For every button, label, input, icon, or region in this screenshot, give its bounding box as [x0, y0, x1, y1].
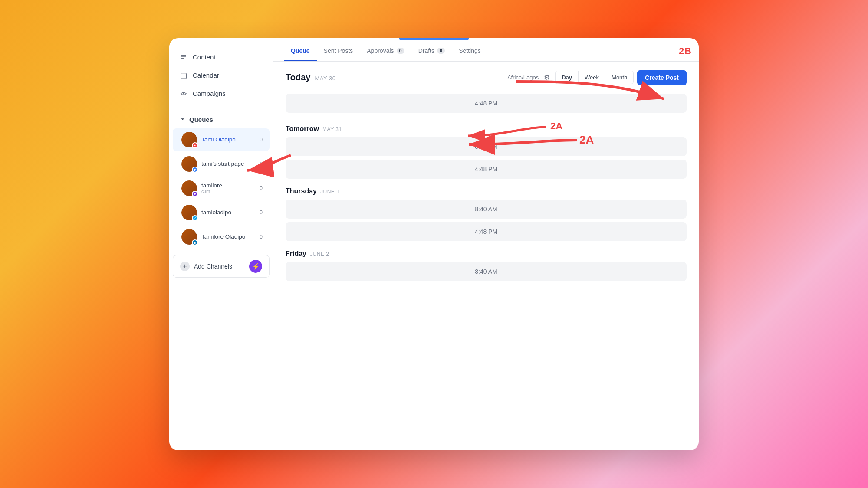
queue-item-tamioladipo[interactable]: tamioladipo 0	[173, 201, 270, 224]
svg-point-1	[183, 93, 184, 95]
queue-item-tamilore-oladipo[interactable]: Tamilore Oladipo 0	[173, 226, 270, 248]
slot-item-tomorrow-1[interactable]: 8:40 AM	[286, 137, 687, 156]
slot-time-today-1: 4:48 PM	[475, 100, 497, 107]
plus-icon: +	[180, 262, 190, 271]
view-controls: Africa/Lagos ⚙ Day Week Month Create Pos…	[507, 70, 687, 85]
today-date: MAY 30	[315, 75, 335, 82]
tab-approvals[interactable]: Approvals 0	[360, 40, 411, 61]
slot-item-thursday-1[interactable]: 8:40 AM	[286, 200, 687, 219]
avatar-wrap-start	[181, 156, 197, 172]
slot-time-tomorrow-1: 8:40 AM	[475, 143, 497, 150]
tab-approvals-label: Approvals	[367, 47, 394, 54]
sidebar: Content Calendar Campaig	[169, 40, 273, 450]
tabs-bar: Queue Sent Posts Approvals 0 Drafts 0 Se…	[273, 40, 699, 62]
today-slots-section: 1 4:48 PM	[286, 94, 687, 116]
add-channels-button[interactable]: + Add Channels ⚡	[173, 255, 270, 278]
app-window: Content Calendar Campaig	[169, 38, 699, 450]
annotation-2b: 2B	[679, 46, 692, 57]
facebook-badge	[192, 167, 198, 173]
mastodon-badge	[192, 191, 198, 197]
drafts-badge: 0	[437, 48, 445, 54]
content-icon	[180, 53, 187, 61]
slot-item-friday-1[interactable]: 8:40 AM	[286, 262, 687, 281]
avatar-wrap-tami	[181, 132, 197, 147]
today-section: Today MAY 30	[286, 72, 335, 82]
week-view-button[interactable]: Week	[579, 71, 605, 84]
calendar-label: Calendar	[193, 72, 219, 79]
main-content: Queue Sent Posts Approvals 0 Drafts 0 Se…	[273, 40, 699, 450]
sidebar-item-campaigns[interactable]: Campaigns	[169, 85, 273, 102]
thursday-section: Thursday JUNE 1 8:40 AM 4:48 PM	[286, 187, 687, 241]
queue-item-start-page[interactable]: tami's start page 0	[173, 153, 270, 175]
thursday-label: Thursday	[286, 187, 317, 195]
slot-item-tomorrow-2[interactable]: 4:48 PM	[286, 160, 687, 179]
queue-info-tamilore-oladipo: Tamilore Oladipo	[201, 233, 251, 240]
tomorrow-header: Tomorrow MAY 31	[286, 125, 687, 133]
sidebar-item-content[interactable]: Content	[169, 49, 273, 66]
tab-sent-posts[interactable]: Sent Posts	[317, 40, 360, 61]
tab-queue-label: Queue	[291, 47, 310, 54]
slot-time-thursday-1: 8:40 AM	[475, 206, 497, 213]
create-post-button[interactable]: Create Post	[637, 70, 687, 85]
month-view-button[interactable]: Month	[605, 71, 633, 84]
tab-queue[interactable]: Queue	[284, 40, 317, 61]
timezone-label: Africa/Lagos	[507, 74, 539, 81]
queue-sub-tamilore: c.im	[201, 189, 251, 194]
queues-label: Queues	[189, 116, 213, 123]
queue-header: Today MAY 30 Africa/Lagos ⚙ Day Week Mon…	[286, 70, 687, 85]
avatar-wrap-tamilore	[181, 180, 197, 196]
tab-sent-posts-label: Sent Posts	[324, 47, 353, 54]
friday-header: Friday JUNE 2	[286, 250, 687, 258]
tomorrow-label: Tomorrow	[286, 125, 319, 133]
slot-row-today: 1 4:48 PM	[286, 94, 687, 116]
view-btn-group: Day Week Month	[555, 71, 634, 84]
today-label: Today	[286, 72, 310, 82]
main-layout: Content Calendar Campaig	[169, 40, 699, 450]
slot-time-friday-1: 8:40 AM	[475, 268, 497, 275]
svg-point-2	[194, 193, 196, 195]
avatar-wrap-tamilore-oladipo	[181, 229, 197, 245]
tab-settings-label: Settings	[459, 47, 481, 54]
queue-count-tamioladipo: 0	[256, 210, 263, 216]
queue-info-start: tami's start page	[201, 160, 251, 167]
friday-section: Friday JUNE 2 8:40 AM	[286, 250, 687, 281]
queue-item-tami-oladipo[interactable]: Tami Oladipo 0	[173, 128, 270, 151]
queue-count-tamilore: 0	[256, 185, 263, 191]
queue-info-tamilore: tamilore c.im	[201, 182, 251, 194]
sidebar-item-calendar[interactable]: Calendar	[169, 67, 273, 84]
slot-time-tomorrow-2: 4:48 PM	[475, 166, 497, 173]
slot-time-thursday-2: 4:48 PM	[475, 228, 497, 235]
lightning-icon: ⚡	[249, 260, 262, 273]
queues-header[interactable]: Queues	[169, 112, 273, 127]
content-label: Content	[193, 53, 216, 61]
add-channels-label: Add Channels	[194, 263, 232, 270]
tomorrow-section: Tomorrow MAY 31 8:40 AM 4:48 PM	[286, 125, 687, 179]
day-view-button[interactable]: Day	[556, 71, 579, 84]
queue-count-tami: 0	[256, 137, 263, 143]
queue-name-tamioladipo: tamioladipo	[201, 209, 251, 216]
slot-item-thursday-2[interactable]: 4:48 PM	[286, 222, 687, 241]
youtube-badge	[192, 142, 198, 148]
tomorrow-date: MAY 31	[322, 126, 342, 132]
friday-label: Friday	[286, 250, 306, 258]
queue-name-tamilore: tamilore	[201, 182, 251, 189]
twitter-badge	[192, 215, 198, 221]
avatar-wrap-tamioladipo	[181, 205, 197, 220]
campaigns-icon	[180, 90, 187, 98]
slot-item-today-1[interactable]: 4:48 PM	[286, 94, 687, 113]
svg-rect-0	[181, 73, 187, 79]
tab-settings[interactable]: Settings	[452, 40, 488, 61]
queue-info-tami: Tami Oladipo	[201, 136, 251, 143]
gear-button[interactable]: ⚙	[542, 72, 552, 83]
linkedin-badge	[192, 239, 198, 246]
approvals-badge: 0	[397, 48, 404, 54]
queue-count-start: 0	[256, 161, 263, 167]
thursday-header: Thursday JUNE 1	[286, 187, 687, 195]
queue-name-start: tami's start page	[201, 160, 251, 167]
tab-drafts[interactable]: Drafts 0	[411, 40, 452, 61]
queue-count-tamilore-oladipo: 0	[256, 234, 263, 240]
calendar-icon	[180, 72, 187, 79]
queue-name-tamilore-oladipo: Tamilore Oladipo	[201, 233, 251, 240]
friday-date: JUNE 2	[310, 251, 329, 257]
queue-item-tamilore[interactable]: tamilore c.im 0	[173, 177, 270, 200]
